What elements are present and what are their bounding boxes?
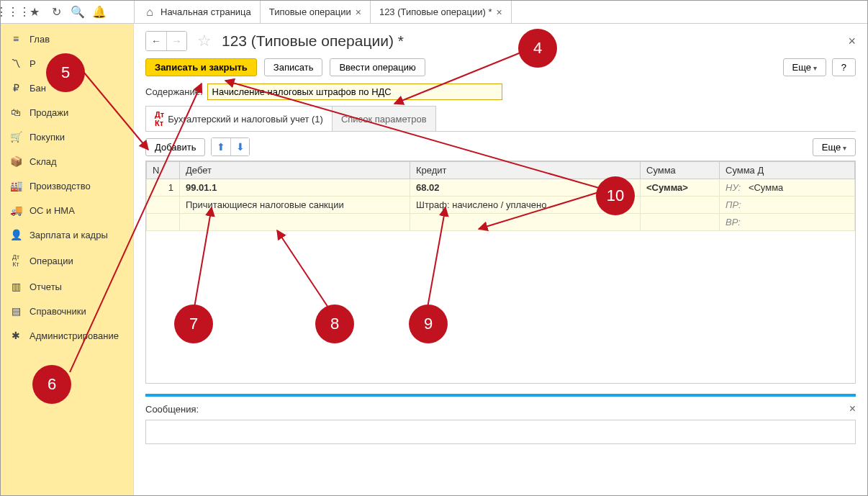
tab-label: Типовые операции [269,6,351,17]
sidebar-item-label: ОС и НМА [30,205,75,216]
close-page-icon[interactable]: × [848,34,856,49]
sidebar-item-reports[interactable]: ▥Отчеты [1,274,133,299]
titlebar: ← → ☆ 123 (Типовые операции) * × [145,31,856,51]
apps-icon[interactable]: ⋮⋮⋮ [6,6,19,19]
cell-debit-account: 99.01.1 [180,179,410,197]
save-button[interactable]: Записать [264,58,323,76]
content: ← → ☆ 123 (Типовые операции) * × Записат… [134,24,867,495]
enter-operation-button[interactable]: Ввести операцию [330,58,425,76]
sidebar-item-label: Бан [30,83,46,94]
tab-label: Список параметров [341,114,427,125]
sidebar-item-references[interactable]: ▤Справочники [1,299,133,323]
tab-params[interactable]: Список параметров [332,106,436,131]
tab-accounting[interactable]: ДтКт Бухгалтерский и налоговый учет (1) [145,106,333,131]
col-debit[interactable]: Дебет [180,162,410,179]
dtkt-icon: ДтКт [155,110,164,127]
content-label: Содержание: [145,86,203,97]
sidebar-item-production[interactable]: 🏭Производство [1,173,133,198]
col-sum[interactable]: Сумма [641,162,720,179]
close-icon[interactable]: × [356,6,361,18]
messages-bar: Сообщения: × [145,394,856,415]
grid-toolbar: Добавить ⬆ ⬇ Еще [145,137,856,156]
cell-pr: ПР: [720,197,855,214]
truck-icon: 🚚 [9,204,22,216]
box-icon: 📦 [9,155,22,167]
sidebar-item-warehouse[interactable]: 📦Склад [1,149,133,173]
home-icon: ⌂ [143,6,156,19]
bag-icon: 🛍 [9,107,22,118]
close-icon[interactable]: × [496,6,502,18]
sidebar-item-label: Операции [30,256,73,266]
tab-label: Начальная страница [161,6,251,17]
favorite-icon[interactable]: ☆ [197,32,212,50]
grid-more-button[interactable]: Еще [813,138,856,156]
cell-vr: ВР: [720,214,855,231]
cart-icon: 🛒 [9,131,22,143]
cell-nu: НУ: <Сумма [720,179,855,197]
cell-debit-desc: Причитающиеся налоговые санкции [180,197,410,214]
gear-icon: ✱ [9,330,22,341]
books-icon: ▤ [9,305,22,317]
sidebar-item-label: Покупки [30,132,65,143]
trend-icon: 〽 [9,58,22,69]
search-icon[interactable]: 🔍 [71,6,84,19]
content-input[interactable] [207,84,502,100]
star-icon[interactable]: ★ [28,6,41,19]
sidebar-item-r[interactable]: 〽Р [1,51,133,76]
messages-label: Сообщения: [145,404,199,415]
help-button[interactable]: ? [832,58,856,76]
move-down-button[interactable]: ⬇ [230,138,249,155]
bell-icon[interactable]: 🔔 [93,6,106,19]
sidebar-item-salary[interactable]: 👤Зарплата и кадры [1,222,133,247]
move-up-button[interactable]: ⬆ [212,138,230,155]
sidebar-item-purchases[interactable]: 🛒Покупки [1,125,133,149]
tab-label: 123 (Типовые операции) * [379,6,492,17]
col-n[interactable]: N [147,162,180,179]
sidebar-item-label: Отчеты [30,281,62,292]
sidebar-item-label: Справочники [30,306,86,317]
sidebar-item-main[interactable]: ≡Глав [1,27,133,51]
save-close-button[interactable]: Записать и закрыть [145,58,257,76]
sidebar-item-operations[interactable]: ДтКтОперации [1,247,133,274]
tab-label: Бухгалтерский и налоговый учет (1) [168,114,323,125]
sidebar-item-label: Производство [30,181,91,191]
forward-button[interactable]: → [166,32,186,50]
messages-close-icon[interactable]: × [849,402,856,415]
grid[interactable]: N Дебет Кредит Сумма Сумма Д 1 99.01.1 6… [145,161,856,384]
sidebar-item-bank[interactable]: ₽Бан [1,76,133,100]
cell-n: 1 [147,179,180,197]
col-sum-d[interactable]: Сумма Д [720,162,855,179]
history-icon[interactable]: ↻ [50,6,63,19]
chart-icon: ▥ [9,281,22,292]
sidebar-item-os-nma[interactable]: 🚚ОС и НМА [1,198,133,222]
page-title: 123 (Типовые операции) * [222,32,404,50]
sidebar-item-admin[interactable]: ✱Администрирование [1,323,133,348]
topbar: ⋮⋮⋮ ★ ↻ 🔍 🔔 ⌂ Начальная страница Типовые… [1,1,867,24]
ruble-icon: ₽ [9,82,22,94]
sidebar-item-label: Глав [30,34,50,45]
col-credit[interactable]: Кредит [410,162,641,179]
sidebar-item-label: Р [30,58,36,69]
tab-doc-123[interactable]: 123 (Типовые операции) * × [371,1,512,24]
tab-home[interactable]: ⌂ Начальная страница [135,1,261,24]
actionbar: Записать и закрыть Записать Ввести опера… [145,58,856,76]
table-row[interactable]: 1 99.01.1 68.02 <Сумма> НУ: <Сумма [147,179,855,197]
add-button[interactable]: Добавить [145,138,205,156]
cell-sum: <Сумма> [641,179,720,197]
table-row[interactable]: Причитающиеся налоговые санкции Штраф: н… [147,197,855,214]
grid-header-row: N Дебет Кредит Сумма Сумма Д [147,162,855,179]
sidebar-item-label: Зарплата и кадры [30,230,108,240]
sidebar-item-label: Администрирование [30,330,119,341]
sidebar-item-label: Склад [30,156,57,167]
sidebar-item-sales[interactable]: 🛍Продажи [1,100,133,125]
cell-credit-account: 68.02 [410,179,641,197]
back-button[interactable]: ← [146,32,166,50]
tab-typical-ops[interactable]: Типовые операции × [261,1,371,24]
messages-body [145,420,856,444]
content-row: Содержание: [145,84,856,100]
dtkt-icon: ДтКт [9,253,22,268]
menu-icon: ≡ [9,33,22,45]
more-button[interactable]: Еще [783,58,826,76]
sidebar: ≡Глав 〽Р ₽Бан 🛍Продажи 🛒Покупки 📦Склад 🏭… [1,24,134,495]
table-row[interactable]: ВР: [147,214,855,231]
